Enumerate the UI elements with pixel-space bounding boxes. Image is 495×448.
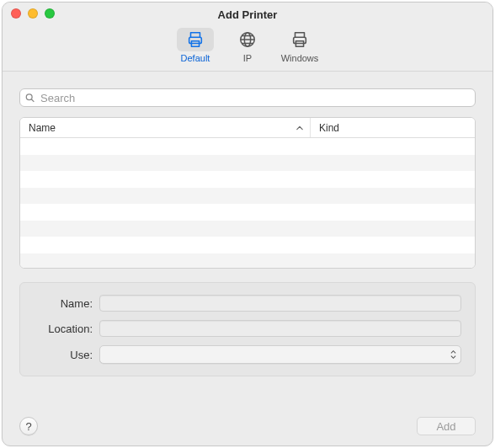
add-button-label: Add <box>436 420 455 433</box>
column-header-kind[interactable]: Kind <box>311 118 475 137</box>
list-row-empty <box>20 221 475 237</box>
globe-icon <box>238 30 257 49</box>
search-field-wrap <box>19 88 476 107</box>
close-window-button[interactable] <box>11 8 21 19</box>
name-label: Name: <box>34 297 99 310</box>
window-title: Add Printer <box>3 8 492 21</box>
footer: ? Add <box>19 417 476 435</box>
window-controls <box>11 8 55 19</box>
printer-detail-form: Name: Location: Use: <box>19 282 476 376</box>
location-field[interactable] <box>99 320 461 337</box>
help-button[interactable]: ? <box>19 417 38 435</box>
column-header-name[interactable]: Name <box>20 118 311 137</box>
list-body[interactable] <box>20 138 475 268</box>
minimize-window-button[interactable] <box>28 8 38 19</box>
toolbar: Default IP <box>3 26 492 72</box>
column-header-name-label: Name <box>29 122 56 134</box>
printer-list: Name Kind <box>19 117 476 269</box>
list-row-empty <box>20 188 475 205</box>
list-row-empty <box>20 204 475 221</box>
zoom-window-button[interactable] <box>45 8 55 19</box>
tab-ip-label: IP <box>243 53 252 63</box>
help-icon: ? <box>25 420 31 433</box>
stepper-icon <box>450 350 456 360</box>
use-select[interactable] <box>99 345 461 364</box>
column-header-kind-label: Kind <box>319 122 339 134</box>
name-field[interactable] <box>99 295 461 312</box>
location-label: Location: <box>34 323 99 335</box>
list-row-empty <box>20 138 475 155</box>
tab-ip[interactable]: IP <box>222 28 273 63</box>
tab-windows-label: Windows <box>281 53 319 63</box>
list-row-empty <box>20 155 475 172</box>
toolbar-tab-group: Default IP <box>170 28 325 63</box>
svg-point-6 <box>26 94 32 100</box>
add-printer-window: Add Printer Default <box>2 2 493 446</box>
titlebar: Add Printer <box>3 3 492 26</box>
use-label: Use: <box>34 349 99 361</box>
list-row-empty <box>20 237 475 253</box>
tab-windows[interactable]: Windows <box>274 28 325 63</box>
printer-icon <box>186 30 205 49</box>
tab-default-label: Default <box>181 53 210 63</box>
chevron-up-icon <box>296 125 303 131</box>
content-area: Name Kind <box>3 72 492 387</box>
printer-alt-icon <box>290 30 309 49</box>
list-row-empty <box>20 253 475 269</box>
add-button[interactable]: Add <box>417 417 476 435</box>
search-input[interactable] <box>19 88 476 107</box>
list-header: Name Kind <box>20 118 475 138</box>
list-row-empty <box>20 171 475 188</box>
tab-default[interactable]: Default <box>170 28 221 63</box>
search-icon <box>24 93 35 104</box>
